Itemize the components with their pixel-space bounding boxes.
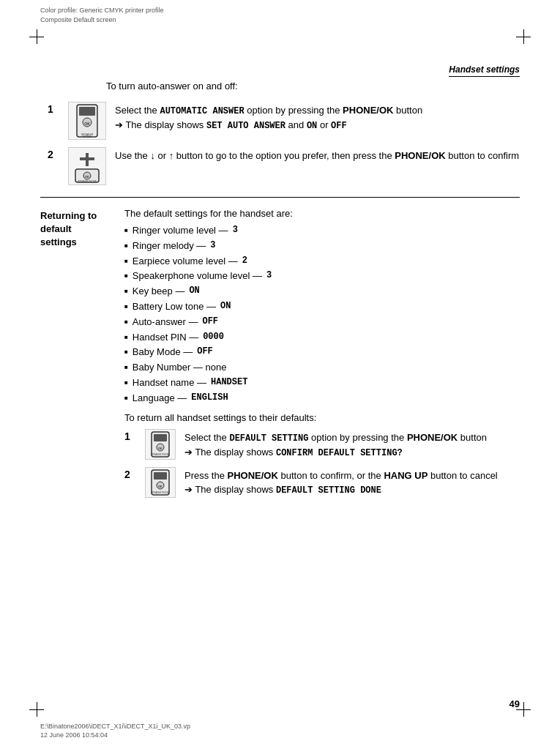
return-step2-row: 2 OK SPEAKER PHONE Press the PHONE/OK bu… (124, 467, 520, 498)
defaults-intro: The default settings for the handset are… (124, 208, 520, 219)
return-step2-phone-icon: OK SPEAKER PHONE (145, 467, 176, 498)
section-divider (40, 197, 520, 198)
svg-text:SPEAKER PHONE: SPEAKER PHONE (151, 453, 170, 456)
svg-rect-7 (80, 157, 94, 160)
bullet-item: Key beep — ON (124, 284, 520, 299)
col-right: The default settings for the handset are… (124, 208, 520, 505)
step1-row: 1 OK SPEAKER PHONE (48, 102, 520, 140)
main-content: To turn auto-answer on and off: 1 OK (40, 81, 520, 695)
corner-mark-tr (516, 29, 531, 44)
svg-rect-1 (79, 107, 95, 116)
svg-text:OK: OK (158, 447, 163, 450)
top-metadata: Color profile: Generic CMYK printer prof… (40, 6, 164, 24)
bullet-item: Ringer volume level — 3 (124, 223, 520, 239)
bullet-item: Battery Low tone — ON (124, 299, 520, 315)
return-step1-text: Select the DEFAULT SETTING option by pre… (184, 429, 520, 460)
bullet-item: Baby Mode — OFF (124, 345, 520, 360)
step2-number: 2 (48, 147, 59, 160)
returning-to-defaults-section: Returning todefaultsettings The default … (40, 208, 520, 505)
bullet-item: Auto-answer — OFF (124, 315, 520, 330)
return-step1-row: 1 OK SPEAKER PHONE Select the DEFAULT SE… (124, 429, 520, 460)
step1-phone-icon: OK SPEAKER PHONE (68, 102, 106, 140)
plus-icon-svg: OK SPEAKER PHONE (72, 149, 102, 184)
return-step1-phone-icon: OK SPEAKER PHONE (145, 429, 176, 460)
corner-mark-bl (29, 702, 44, 717)
bullet-item: Language — ENGLISH (124, 391, 520, 406)
page-header-title: Handset settings (449, 64, 520, 77)
auto-answer-section: To turn auto-answer on and off: 1 OK (40, 81, 520, 185)
bullet-item: Earpiece volume level — 2 (124, 254, 520, 269)
corner-mark-tl (29, 29, 44, 44)
return-phone-icon-svg-1: OK SPEAKER PHONE (149, 431, 172, 458)
step1-intro: To turn auto-answer on and off: (106, 81, 520, 92)
bullet-item: Handset PIN — 0000 (124, 330, 520, 346)
bullet-item: Speakerphone volume level — 3 (124, 269, 520, 284)
defaults-list: Ringer volume level — 3Ringer melody — 3… (124, 223, 520, 406)
step2-plus-icon: OK SPEAKER PHONE (68, 147, 106, 185)
return-intro: To return all handset settings to their … (124, 412, 520, 423)
step1-number: 1 (48, 102, 59, 115)
bullet-item: Baby Number — none (124, 360, 520, 376)
svg-text:OK: OK (85, 175, 89, 179)
return-step2-number: 2 (124, 467, 136, 480)
return-phone-icon-svg-2: OK SPEAKER PHONE (149, 469, 172, 496)
bullet-item: Handset name — HANDSET (124, 376, 520, 391)
phone-icon-svg-1: OK SPEAKER PHONE (72, 103, 102, 138)
bottom-metadata: E:\Binatone2006\iDECT_X1i\iDECT_X1i_UK_0… (40, 722, 190, 740)
instruction-block-1: To turn auto-answer on and off: 1 OK (48, 81, 520, 185)
svg-rect-18 (154, 472, 167, 480)
step2-text: Use the ↓ or ↑ button to go to the optio… (115, 147, 520, 163)
svg-text:SPEAKER PHONE: SPEAKER PHONE (151, 491, 170, 494)
page-number: 49 (509, 698, 520, 709)
returning-title: Returning todefaultsettings (40, 209, 124, 250)
svg-text:PHONE: PHONE (83, 135, 92, 138)
svg-text:OK: OK (158, 485, 163, 488)
return-step1-number: 1 (124, 429, 136, 442)
return-step2-text: Press the PHONE/OK button to confirm, or… (184, 467, 520, 498)
svg-text:OK: OK (84, 122, 90, 126)
bullet-item: Ringer melody — 3 (124, 239, 520, 254)
col-left: Returning todefaultsettings (40, 208, 124, 505)
step2-row: 2 OK SPEAKER PHONE Use the ↓ or ↑ butto (48, 147, 520, 185)
svg-rect-13 (154, 434, 167, 441)
svg-text:SPEAKER PHONE: SPEAKER PHONE (78, 180, 97, 183)
step1-text: Select the AUTOMATIC ANSWER option by pr… (115, 102, 520, 133)
